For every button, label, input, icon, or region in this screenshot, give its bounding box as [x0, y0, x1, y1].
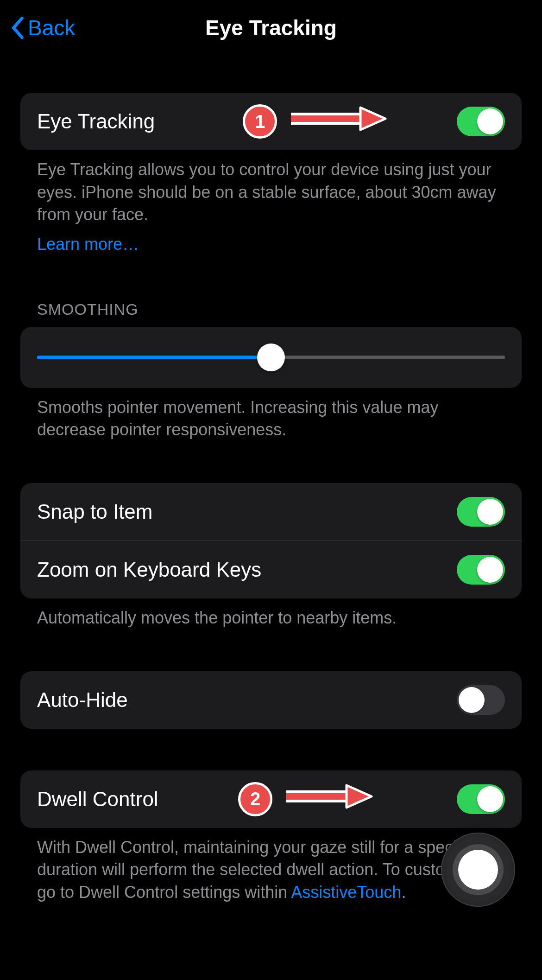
back-button[interactable]: Back	[9, 0, 75, 56]
annotation-arrow-1	[284, 104, 391, 134]
content: Eye Tracking 1 Eye Tracking allows you t…	[0, 93, 542, 904]
eye-tracking-label: Eye Tracking	[37, 110, 155, 133]
chevron-left-icon	[9, 16, 25, 40]
annotation-badge-2: 2	[238, 782, 272, 816]
zoom-keyboard-toggle[interactable]	[457, 555, 505, 585]
annotation-badge-1: 1	[243, 104, 277, 139]
zoom-keyboard-label: Zoom on Keyboard Keys	[37, 558, 261, 581]
snap-card: Snap to Item Zoom on Keyboard Keys	[20, 483, 522, 598]
snap-footer: Automatically moves the pointer to nearb…	[20, 598, 522, 630]
zoom-keyboard-row[interactable]: Zoom on Keyboard Keys	[20, 541, 522, 598]
dwell-row[interactable]: Dwell Control 2	[20, 770, 522, 828]
page-title: Eye Tracking	[205, 15, 337, 40]
snap-to-item-toggle[interactable]	[457, 497, 505, 527]
eye-tracking-row[interactable]: Eye Tracking 1	[20, 93, 522, 150]
autohide-label: Auto-Hide	[37, 688, 128, 712]
dwell-card: Dwell Control 2	[20, 770, 522, 828]
autohide-card: Auto-Hide	[20, 671, 522, 729]
dwell-toggle[interactable]	[457, 784, 505, 814]
dwell-footer-text: With Dwell Control, maintaining your gaz…	[37, 838, 485, 902]
eye-tracking-toggle[interactable]	[457, 107, 505, 136]
assistivetouch-floating-button[interactable]	[441, 833, 515, 907]
back-label: Back	[28, 15, 75, 40]
learn-more-link[interactable]: Learn more…	[37, 235, 139, 254]
autohide-group: Auto-Hide	[20, 671, 522, 729]
snap-to-item-label: Snap to Item	[37, 500, 152, 523]
autohide-toggle[interactable]	[457, 685, 505, 715]
eye-tracking-footer: Eye Tracking allows you to control your …	[20, 150, 522, 226]
nav-bar: Back Eye Tracking	[0, 0, 542, 56]
eye-tracking-card: Eye Tracking 1	[20, 93, 522, 150]
dwell-label: Dwell Control	[37, 788, 158, 811]
smoothing-row	[20, 327, 522, 388]
dwell-footer-suffix: .	[401, 883, 406, 902]
smoothing-slider[interactable]	[37, 344, 505, 371]
smoothing-card	[20, 327, 522, 388]
assistivetouch-link[interactable]: AssistiveTouch	[291, 883, 401, 902]
smoothing-header: SMOOTHING	[20, 300, 522, 327]
snap-group: Snap to Item Zoom on Keyboard Keys Autom…	[20, 483, 522, 630]
snap-to-item-row[interactable]: Snap to Item	[20, 483, 522, 541]
autohide-row[interactable]: Auto-Hide	[20, 671, 522, 729]
smoothing-footer: Smooths pointer movement. Increasing thi…	[20, 388, 522, 441]
smoothing-group: SMOOTHING Smooths pointer movement. Incr…	[20, 300, 522, 441]
assistivetouch-icon	[453, 844, 504, 895]
annotation-arrow-2	[280, 782, 377, 811]
eye-tracking-group: Eye Tracking 1 Eye Tracking allows you t…	[20, 93, 522, 254]
